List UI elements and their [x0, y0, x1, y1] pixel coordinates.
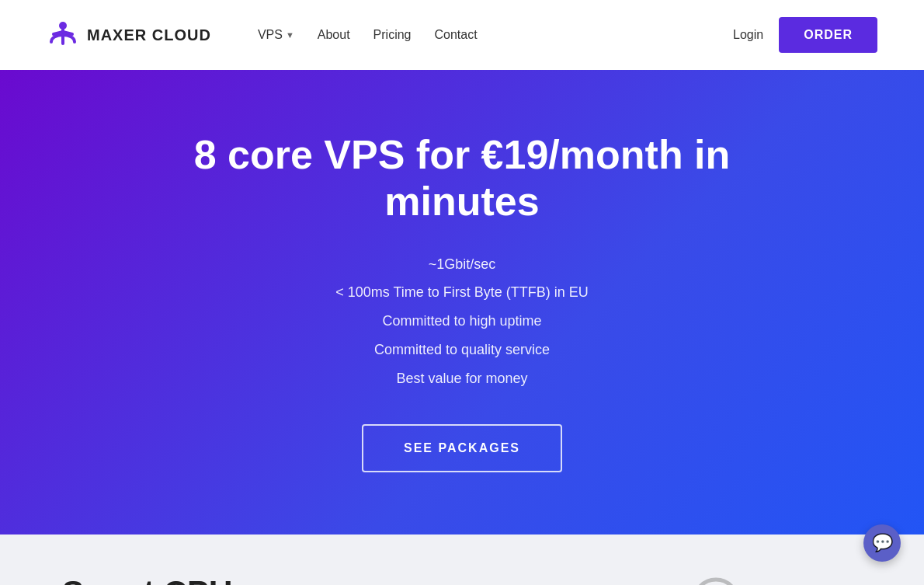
order-button[interactable]: ORDER — [779, 17, 877, 53]
nav-contact[interactable]: Contact — [435, 28, 478, 42]
hero-feature-1: < 100ms Time to First Byte (TTFB) in EU — [335, 281, 589, 304]
chevron-down-icon: ▼ — [286, 30, 294, 40]
navbar-right: Login ORDER — [733, 17, 877, 53]
chat-icon: 💬 — [872, 533, 893, 553]
nav-pricing[interactable]: Pricing — [373, 28, 412, 42]
hero-feature-3: Committed to quality service — [374, 339, 550, 361]
nav-vps[interactable]: VPS ▼ — [258, 28, 294, 42]
svg-point-4 — [694, 580, 738, 585]
hero-features: ~1Gbit/sec < 100ms Time to First Byte (T… — [335, 253, 589, 390]
smart-cpu-title: Smart CPU — [62, 574, 252, 585]
hero-feature-4: Best value for money — [396, 367, 527, 390]
hero-title: 8 core VPS for €19/month in minutes — [113, 132, 811, 225]
hero-feature-0: ~1Gbit/sec — [429, 253, 496, 276]
logo[interactable]: MAXER CLOUD — [47, 19, 211, 51]
revain-icon — [688, 573, 750, 585]
nav-about[interactable]: About — [318, 28, 350, 42]
chat-bubble[interactable]: 💬 — [863, 524, 901, 562]
logo-icon — [47, 19, 79, 51]
brand-name: MAXER CLOUD — [87, 26, 211, 44]
hero-feature-2: Committed to high uptime — [382, 310, 541, 333]
navbar: MAXER CLOUD VPS ▼ About Pricing Contact … — [0, 0, 924, 70]
bottom-section: Smart CPU 8 core speed is just €19/month… — [0, 535, 924, 585]
navbar-left: MAXER CLOUD VPS ▼ About Pricing Contact — [47, 19, 478, 51]
revain-logo-area: Revain — [688, 573, 862, 585]
hero-section: 8 core VPS for €19/month in minutes ~1Gb… — [0, 70, 924, 535]
bottom-left: Smart CPU 8 core speed is just €19/month — [62, 574, 252, 585]
see-packages-button[interactable]: SEE PACKAGES — [362, 424, 562, 472]
nav-links: VPS ▼ About Pricing Contact — [258, 28, 478, 42]
login-link[interactable]: Login — [733, 28, 763, 42]
